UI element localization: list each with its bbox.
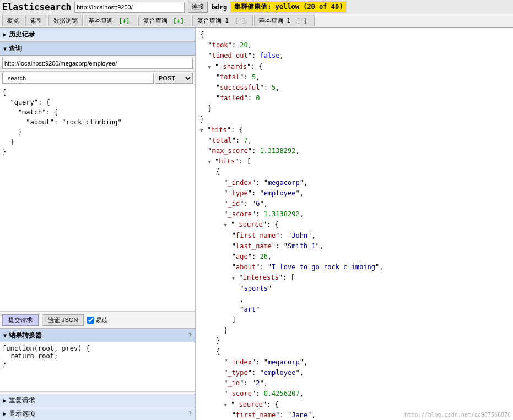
endpoint-input[interactable]	[2, 58, 193, 69]
cluster-name: bdrg	[211, 3, 227, 11]
transform-arrow-icon: ▼	[3, 332, 7, 339]
tab-basic-query-1[interactable]: 基本查询 1 [-]	[254, 15, 315, 26]
submit-button[interactable]: 提交请求	[2, 314, 39, 326]
repeat-arrow-icon: ▶	[3, 397, 7, 403]
app-title: Elasticsearch	[2, 2, 71, 12]
watermark: http://blog.csdn.net/cc907566076	[404, 412, 511, 418]
server-url-input[interactable]	[74, 2, 185, 13]
options-arrow-icon: ▶	[3, 411, 7, 417]
transform-section: ▼ 结果转换器 ?	[0, 328, 195, 394]
tabbar: 概览 索引 数据浏览 基本查询 [+] 复合查询 [+] 复合查询 1 [-] …	[0, 14, 513, 28]
endpoint-row	[0, 56, 195, 72]
history-header[interactable]: ▶ 历史记录	[0, 28, 195, 41]
easyread-label[interactable]: 易读	[87, 316, 108, 324]
main-area: ▶ 历史记录 ▼ 查询 POST GET PUT DELETE	[0, 28, 513, 420]
action-row: 提交请求 验证 JSON 易读	[0, 312, 195, 328]
right-panel[interactable]: { "took": 20, "timed_out": false, "_shar…	[196, 28, 513, 420]
repeat-label: 重复请求	[9, 396, 35, 405]
method-select[interactable]: POST GET PUT DELETE	[155, 73, 193, 84]
close-compound-query-1-icon[interactable]: [-]	[229, 17, 248, 25]
options-help-icon[interactable]: ?	[188, 410, 192, 417]
method-path-input[interactable]	[2, 73, 154, 84]
close-basic-query-1-icon[interactable]: [-]	[290, 17, 310, 25]
transform-editor[interactable]	[0, 342, 195, 392]
query-section: ▼ 查询 POST GET PUT DELETE 提交请求 验证 JSON	[0, 42, 195, 328]
transform-label: 结果转换器	[9, 331, 42, 340]
connect-button[interactable]: 连接	[188, 2, 208, 13]
query-header[interactable]: ▼ 查询	[0, 42, 195, 56]
left-panel: ▶ 历史记录 ▼ 查询 POST GET PUT DELETE	[0, 28, 196, 420]
tab-index[interactable]: 索引	[25, 15, 47, 26]
method-row: POST GET PUT DELETE	[0, 72, 195, 85]
add-basic-query-icon[interactable]: [+]	[113, 17, 132, 25]
tab-compound-query-1[interactable]: 复合查询 1 [-]	[192, 15, 253, 26]
topbar: Elasticsearch 连接 bdrg 集群健康值: yellow (20 …	[0, 0, 513, 14]
query-arrow-icon: ▼	[3, 46, 7, 52]
health-badge: 集群健康值: yellow (20 of 40)	[230, 1, 347, 13]
history-section: ▶ 历史记录	[0, 28, 195, 42]
history-label: 历史记录	[9, 30, 35, 39]
repeat-row[interactable]: ▶ 重复请求	[0, 394, 195, 407]
tab-overview[interactable]: 概览	[2, 15, 24, 26]
tab-data-browse[interactable]: 数据浏览	[48, 15, 83, 26]
json-output: { "took": 20, "timed_out": false, "_shar…	[200, 30, 509, 420]
query-editor[interactable]	[0, 85, 195, 312]
tab-basic-query[interactable]: 基本查询 [+]	[84, 15, 137, 26]
add-compound-query-icon[interactable]: [+]	[168, 17, 187, 25]
right-panel-wrapper: { "took": 20, "timed_out": false, "_shar…	[196, 28, 513, 420]
query-label: 查询	[9, 44, 22, 53]
options-label: 显示选项	[9, 409, 35, 418]
easyread-checkbox[interactable]	[87, 317, 94, 324]
tab-compound-query[interactable]: 复合查询 [+]	[138, 15, 192, 26]
validate-button[interactable]: 验证 JSON	[42, 314, 84, 326]
history-arrow-icon: ▶	[3, 31, 7, 37]
transform-help-icon[interactable]: ?	[188, 332, 192, 339]
transform-header[interactable]: ▼ 结果转换器 ?	[0, 329, 195, 342]
options-row[interactable]: ▶ 显示选项 ?	[0, 407, 195, 420]
